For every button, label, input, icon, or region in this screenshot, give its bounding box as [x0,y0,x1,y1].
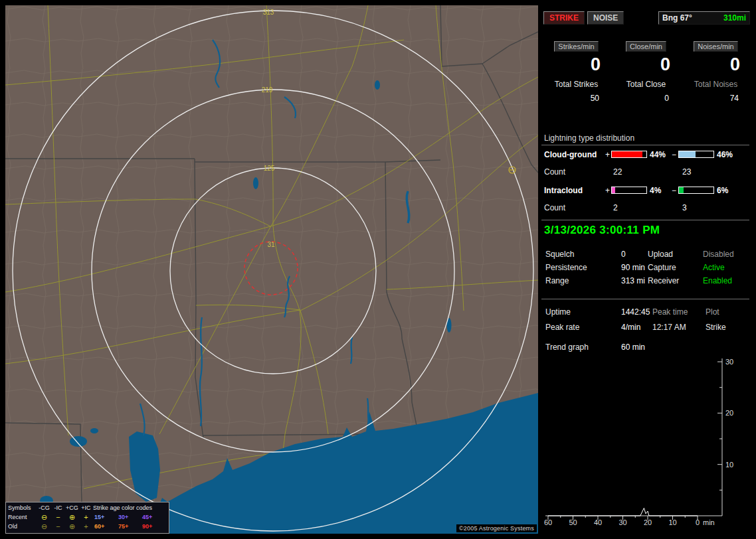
total-strikes-label: Total Strikes [541,80,611,89]
persistence-value: 90 min [621,263,645,272]
svg-text:10: 10 [725,461,733,469]
noises-per-min-value: 0 [681,55,751,74]
status-panel: STRIKE NOISE Bng 67° 310mi Strikes/min 0… [541,5,751,534]
squelch-label: Squelch [545,250,574,259]
cg-negative-count: 23 [682,167,691,177]
settings-row: Squelch 0 Upload Disabled [541,250,751,259]
legend-col-pos-ic: +IC [79,505,93,511]
age-60: 60+ [93,524,117,530]
svg-text:60: 60 [544,518,552,526]
ic-negative-pct: 6% [717,186,728,195]
cg-negative-pct: 46% [717,150,733,159]
count-label: Count [544,167,565,177]
minus-sign: − [672,186,676,195]
strike-button[interactable]: STRIKE [543,11,585,25]
stats-row: Uptime 1442:45 Peak time Plot [541,307,751,317]
svg-text:10: 10 [668,518,676,526]
cg-negative-bar-fill [679,151,696,157]
ring-label-313: 313 [263,9,274,16]
ic-negative-bar [678,187,714,194]
squelch-value: 0 [621,250,626,259]
ic-positive-bar [611,187,647,194]
svg-text:30: 30 [725,358,733,366]
ic-negative-count: 3 [682,203,687,212]
ring-label-31: 31 [267,241,275,248]
legend-symbols-header: Symbols [8,505,37,511]
ic-positive-bar-fill [612,187,615,193]
ring-label-219: 219 [262,86,273,94]
trend-y-labels: 30 20 10 [725,358,733,469]
cg-positive-bar-fill [612,151,642,157]
map-view[interactable]: 313 219 125 31 Symbols -CG -IC +CG +IC S… [5,5,538,534]
svg-text:50: 50 [569,518,577,526]
ic-negative-bar-fill [679,187,684,193]
pos-ic-old-icon: + [79,523,93,530]
plus-sign: + [605,150,610,159]
legend-old-label: Old [8,524,37,530]
svg-text:30: 30 [618,518,626,526]
intracloud-row: Intracloud + 4% − 6% [541,186,751,195]
age-90: 90+ [141,524,165,530]
strikes-per-min-header[interactable]: Strikes/min [554,41,598,52]
map-legend: Symbols -CG -IC +CG +IC Strike age color… [5,502,169,534]
capture-status: Active [703,263,725,272]
bearing-readout: Bng 67° 310mi [658,11,750,25]
peak-time-label: Peak time [652,307,688,317]
legend-age-header: Strike age color codes [93,505,165,511]
age-75: 75+ [117,524,141,530]
legend-col-neg-cg: -CG [37,505,51,511]
svg-text:20: 20 [644,518,652,526]
legend-header-row: Symbols -CG -IC +CG +IC Strike age color… [8,503,167,512]
total-strikes-value: 50 [541,94,611,103]
receiver-label: Receiver [648,276,679,285]
legend-old-row: Old ⊖ − ⊕ + 60+ 75+ 90+ [8,522,167,531]
datetime-display: 3/13/2026 3:00:11 PM [544,224,660,237]
cloud-ground-row: Cloud-ground + 44% − 46% [541,150,751,159]
trend-x-unit: min [703,518,715,526]
svg-text:40: 40 [594,518,602,526]
bearing-label: Bng 67° [662,13,692,23]
range-label: Range [545,276,569,285]
distribution-title: Lightning type distribution [544,133,634,143]
uptime-label: Uptime [545,307,571,317]
nexstorm-app: { "map": { "ring_labels": ["313", "219",… [0,0,756,539]
persistence-label: Persistence [545,263,587,272]
noise-button[interactable]: NOISE [587,11,624,25]
trend-x-labels: 60 50 40 30 20 10 0 min [544,518,715,526]
cloud-ground-count-row: Count 22 23 [541,167,751,177]
pos-cg-old-icon: ⊕ [65,523,79,530]
neg-ic-recent-icon: − [51,514,65,521]
upload-status: Disabled [703,250,734,259]
divider [541,220,749,220]
range-value: 313 mi [621,276,645,285]
cloud-ground-label: Cloud-ground [544,150,597,159]
noises-per-min-header[interactable]: Noises/min [694,41,737,52]
strikes-per-min-value: 0 [541,55,611,74]
peak-rate-label: Peak rate [545,323,579,332]
stats-row: Peak rate 4/min 12:17 AM Strike [541,323,751,332]
neg-cg-recent-icon: ⊖ [37,514,51,521]
svg-text:0: 0 [696,518,700,526]
close-per-min-value: 0 [611,55,681,74]
plot-label: Plot [706,307,719,317]
total-close-label: Total Close [611,80,681,89]
total-noises-value: 74 [681,94,751,103]
intracloud-label: Intracloud [544,186,583,195]
divider [541,145,749,145]
cg-negative-bar [678,151,714,158]
peak-rate-value: 4/min [621,323,640,332]
close-per-min-header[interactable]: Close/min [626,41,666,52]
svg-text:20: 20 [725,409,733,417]
receiver-status: Enabled [703,276,732,285]
ring-label-125: 125 [264,165,275,172]
legend-recent-row: Recent ⊖ − ⊕ + 15+ 30+ 45+ [8,512,167,522]
legend-recent-label: Recent [8,514,37,520]
neg-ic-old-icon: − [51,523,65,530]
plot-value: Strike [706,323,726,332]
close-column: Close/min 0 Total Close 0 [611,41,681,103]
legend-col-pos-cg: +CG [65,505,79,511]
neg-cg-old-icon: ⊖ [37,523,51,530]
divider [541,299,749,299]
total-noises-label: Total Noises [681,80,751,89]
cg-positive-count: 22 [613,167,622,177]
